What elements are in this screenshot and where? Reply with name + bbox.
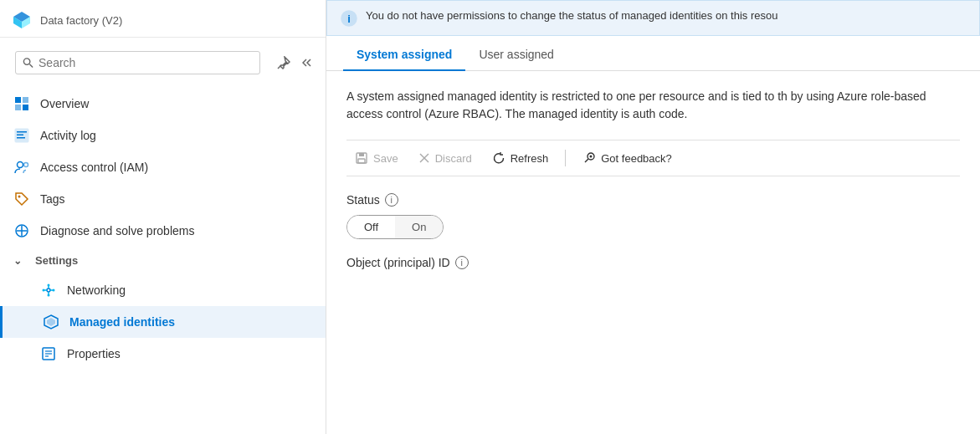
overview-icon (13, 95, 30, 112)
svg-rect-6 (15, 97, 21, 103)
svg-rect-34 (359, 153, 364, 156)
pin-button[interactable] (274, 53, 294, 73)
data-factory-icon (10, 8, 33, 32)
sidebar-item-overview[interactable]: Overview (0, 88, 326, 120)
svg-point-22 (48, 294, 50, 297)
svg-point-21 (48, 284, 50, 287)
svg-line-4 (29, 64, 33, 68)
search-box[interactable] (15, 51, 260, 74)
svg-rect-9 (23, 105, 28, 110)
sidebar-header: Data factory (V2) (0, 0, 326, 38)
status-toggle[interactable]: Off On (346, 215, 444, 239)
info-banner-icon: i (341, 10, 357, 27)
svg-marker-26 (47, 318, 55, 326)
svg-rect-8 (15, 105, 21, 110)
sidebar-item-managed-identities[interactable]: Managed identities (0, 306, 326, 338)
svg-point-24 (53, 289, 55, 292)
content-area: A system assigned managed identity is re… (326, 71, 980, 434)
feedback-button[interactable]: Got feedback? (574, 147, 680, 169)
status-field: Status i (346, 193, 960, 207)
info-banner: i You do not have permissions to change … (326, 0, 980, 36)
svg-rect-13 (17, 137, 25, 139)
discard-icon (418, 152, 430, 164)
svg-point-16 (18, 196, 21, 198)
toolbar-separator (565, 150, 566, 166)
discard-button[interactable]: Discard (410, 148, 480, 169)
sidebar-item-diagnose[interactable]: Diagnose and solve problems (0, 215, 326, 247)
refresh-icon (492, 151, 505, 165)
main-content: i You do not have permissions to change … (326, 0, 980, 434)
svg-point-39 (590, 156, 593, 158)
status-info-icon[interactable]: i (385, 193, 398, 207)
toolbar: Save Discard Refresh (346, 140, 960, 176)
brand-title: Data factory (V2) (40, 14, 122, 27)
sidebar-item-activity-log[interactable]: Activity log (0, 120, 326, 151)
nav-list: Overview Activity log (0, 84, 326, 434)
tab-system-assigned[interactable]: System assigned (343, 39, 465, 71)
sidebar: Data factory (V2) (0, 0, 326, 434)
sidebar-item-networking[interactable]: Networking (0, 274, 326, 306)
svg-rect-7 (23, 97, 28, 103)
managed-identities-icon (43, 314, 59, 330)
settings-section-header: ⌄ Settings (0, 247, 326, 274)
save-icon (355, 151, 368, 165)
object-id-info-icon[interactable]: i (455, 256, 469, 269)
feedback-icon (582, 151, 596, 165)
description-text: A system assigned managed identity is re… (346, 88, 960, 123)
object-id-field: Object (principal) ID i (346, 256, 960, 269)
tab-user-assigned[interactable]: User assigned (465, 39, 567, 71)
activity-log-icon (13, 127, 30, 144)
svg-rect-35 (358, 159, 365, 163)
svg-rect-12 (17, 135, 23, 136)
svg-point-23 (43, 289, 45, 292)
search-input[interactable] (38, 56, 253, 69)
properties-icon (40, 345, 57, 362)
sidebar-item-access-control[interactable]: Access control (IAM) (0, 151, 326, 183)
diagnose-icon (13, 222, 30, 239)
svg-point-20 (47, 288, 50, 292)
toggle-on-option[interactable]: On (395, 216, 443, 238)
access-control-icon (13, 159, 30, 176)
svg-point-15 (24, 163, 28, 167)
svg-text:i: i (347, 13, 351, 25)
info-banner-text: You do not have permissions to change th… (366, 9, 777, 22)
toggle-off-option[interactable]: Off (347, 216, 395, 238)
svg-rect-11 (17, 131, 27, 133)
networking-icon (40, 282, 57, 299)
save-button[interactable]: Save (346, 147, 407, 169)
svg-point-3 (23, 59, 29, 64)
refresh-button[interactable]: Refresh (484, 147, 557, 169)
sidebar-item-tags[interactable]: Tags (0, 183, 326, 215)
collapse-button[interactable] (299, 53, 319, 73)
tags-icon (13, 191, 30, 207)
svg-point-14 (18, 162, 23, 168)
search-icon (23, 57, 33, 69)
sidebar-item-properties[interactable]: Properties (0, 338, 326, 370)
tab-bar: System assigned User assigned (326, 39, 980, 71)
